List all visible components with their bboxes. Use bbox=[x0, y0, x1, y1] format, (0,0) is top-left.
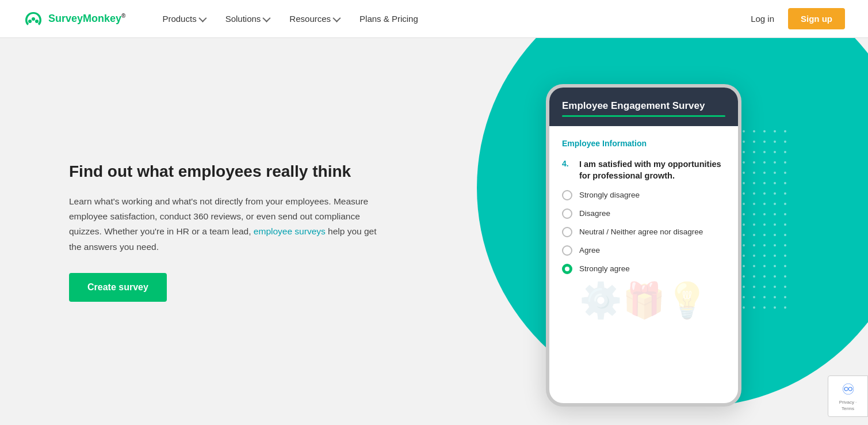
dot bbox=[774, 182, 776, 184]
dot bbox=[743, 255, 745, 257]
hero-content: Find out what employees really think Lea… bbox=[69, 127, 391, 336]
signup-button[interactable]: Sign up bbox=[788, 8, 845, 29]
logo[interactable]: SurveyMonkey® bbox=[23, 11, 125, 27]
hero-body: Learn what's working and what's not dire… bbox=[69, 194, 391, 255]
nav-solutions[interactable]: Solutions bbox=[217, 9, 277, 28]
dot bbox=[743, 203, 745, 205]
dot bbox=[763, 172, 766, 174]
dot bbox=[743, 182, 745, 184]
create-survey-button[interactable]: Create survey bbox=[69, 273, 167, 302]
dot bbox=[763, 275, 766, 278]
dot bbox=[743, 161, 745, 164]
dot bbox=[784, 234, 786, 236]
dot bbox=[743, 213, 745, 215]
dot bbox=[774, 275, 776, 278]
dot bbox=[763, 213, 766, 215]
dot bbox=[763, 265, 766, 267]
phone-survey-title: Employee Engagement Survey bbox=[562, 100, 725, 112]
radio-empty-icon bbox=[562, 208, 572, 219]
dot bbox=[774, 141, 776, 143]
dot bbox=[753, 286, 755, 288]
employee-surveys-link[interactable]: employee surveys bbox=[254, 226, 326, 236]
chevron-down-icon bbox=[332, 14, 341, 22]
dot bbox=[753, 265, 755, 267]
hero-title: Find out what employees really think bbox=[69, 161, 391, 182]
dot bbox=[763, 161, 766, 164]
dot bbox=[753, 255, 755, 257]
question-text: I am satisfied with my opportunities for… bbox=[579, 158, 725, 182]
dot bbox=[784, 182, 786, 184]
dot bbox=[763, 286, 766, 288]
dot bbox=[763, 296, 766, 298]
dot bbox=[784, 192, 786, 195]
phone-illustration: ⚙️🎁💡 bbox=[562, 280, 725, 327]
dot bbox=[743, 141, 745, 143]
dot bbox=[743, 151, 745, 153]
dot bbox=[774, 151, 776, 153]
dot bbox=[774, 161, 776, 164]
question-number: 4. bbox=[562, 158, 573, 182]
option-label: Strongly disagree bbox=[579, 191, 640, 199]
dot bbox=[753, 234, 755, 236]
phone-body: Employee Information 4. I am satisfied w… bbox=[549, 126, 738, 339]
dot bbox=[743, 286, 745, 288]
dot bbox=[743, 296, 745, 298]
navbar: SurveyMonkey® Products Solutions Resourc… bbox=[0, 0, 868, 38]
dot bbox=[763, 255, 766, 257]
phone-mockup: Employee Engagement Survey Employee Info… bbox=[546, 84, 741, 407]
radio-empty-icon bbox=[562, 245, 572, 256]
phone-question: 4. I am satisfied with my opportunities … bbox=[562, 158, 725, 182]
option-label: Agree bbox=[579, 246, 600, 255]
dot bbox=[774, 255, 776, 257]
option-row: Strongly agree bbox=[562, 264, 725, 274]
dot bbox=[763, 306, 766, 309]
dot bbox=[753, 203, 755, 205]
nav-pricing[interactable]: Plans & Pricing bbox=[351, 9, 426, 28]
dot bbox=[763, 244, 766, 246]
dot bbox=[763, 151, 766, 153]
nav-links: Products Solutions Resources Plans & Pri… bbox=[154, 9, 744, 28]
radio-selected-icon bbox=[562, 264, 572, 274]
dot bbox=[774, 286, 776, 288]
dot bbox=[763, 223, 766, 226]
dot bbox=[753, 275, 755, 278]
svg-point-1 bbox=[32, 17, 35, 21]
recaptcha-text: Privacy · Terms bbox=[833, 400, 863, 412]
nav-products[interactable]: Products bbox=[154, 9, 212, 28]
dot bbox=[784, 255, 786, 257]
dot bbox=[743, 130, 745, 132]
dot bbox=[743, 192, 745, 195]
nav-resources[interactable]: Resources bbox=[281, 9, 347, 28]
dot bbox=[774, 172, 776, 174]
dot bbox=[763, 182, 766, 184]
nav-products-label: Products bbox=[162, 14, 196, 24]
dot bbox=[753, 296, 755, 298]
option-label: Disagree bbox=[579, 209, 610, 218]
dot bbox=[784, 223, 786, 226]
options-list: Strongly disagreeDisagreeNeutral / Neith… bbox=[562, 190, 725, 274]
dot bbox=[763, 141, 766, 143]
nav-resources-label: Resources bbox=[289, 14, 331, 24]
option-label: Strongly agree bbox=[579, 264, 630, 273]
dot bbox=[743, 265, 745, 267]
dot bbox=[763, 234, 766, 236]
nav-solutions-label: Solutions bbox=[225, 14, 261, 24]
dot bbox=[784, 161, 786, 164]
dot bbox=[774, 130, 776, 132]
nav-right: Log in Sign up bbox=[744, 8, 845, 29]
hero-section: // Generate dots inline via template ren… bbox=[0, 38, 868, 425]
dot bbox=[784, 275, 786, 278]
dot bbox=[774, 203, 776, 205]
recaptcha-icon: ♾ bbox=[833, 381, 863, 399]
dot bbox=[753, 151, 755, 153]
dot bbox=[784, 151, 786, 153]
dot bbox=[784, 244, 786, 246]
dot bbox=[774, 213, 776, 215]
dot bbox=[774, 306, 776, 309]
phone-header: Employee Engagement Survey bbox=[549, 88, 738, 126]
login-button[interactable]: Log in bbox=[744, 9, 781, 28]
svg-point-2 bbox=[35, 20, 39, 23]
radio-empty-icon bbox=[562, 190, 572, 200]
dot bbox=[784, 203, 786, 205]
logo-icon bbox=[23, 11, 44, 27]
